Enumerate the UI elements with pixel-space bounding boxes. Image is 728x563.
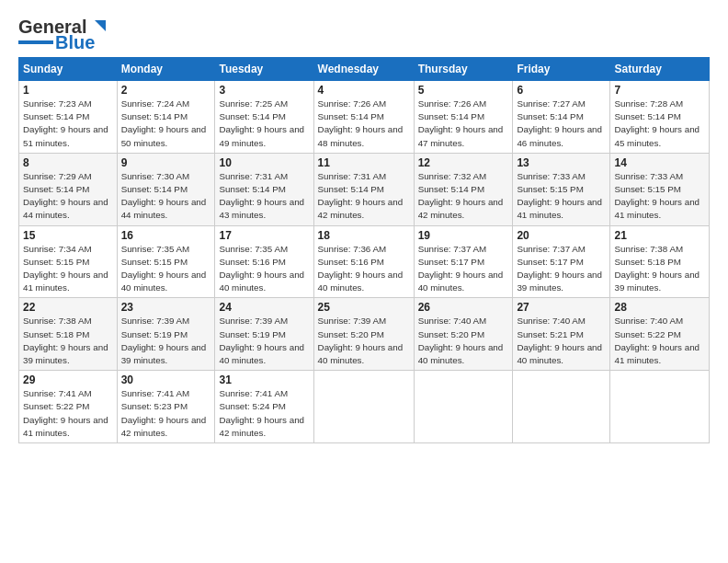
day-number: 31 <box>219 373 309 386</box>
col-header-monday: Monday <box>117 58 215 81</box>
day-number: 10 <box>219 156 309 169</box>
day-info: Sunrise: 7:39 AMSunset: 5:19 PMDaylight:… <box>121 315 211 367</box>
calendar-cell: 7Sunrise: 7:28 AMSunset: 5:14 PMDaylight… <box>610 81 710 154</box>
day-number: 2 <box>121 84 211 97</box>
col-header-saturday: Saturday <box>610 58 710 81</box>
day-number: 14 <box>614 156 705 169</box>
day-number: 22 <box>23 301 113 314</box>
day-number: 11 <box>318 156 410 169</box>
calendar-cell: 25Sunrise: 7:39 AMSunset: 5:20 PMDayligh… <box>313 298 414 371</box>
day-number: 15 <box>23 229 113 242</box>
day-info: Sunrise: 7:41 AMSunset: 5:24 PMDaylight:… <box>219 387 309 440</box>
day-number: 12 <box>418 156 509 169</box>
svg-marker-0 <box>95 20 106 31</box>
day-info: Sunrise: 7:40 AMSunset: 5:20 PMDaylight:… <box>418 315 509 367</box>
day-number: 7 <box>614 84 705 97</box>
logo: General Blue <box>18 17 108 52</box>
day-number: 5 <box>418 84 509 97</box>
calendar-cell: 5Sunrise: 7:26 AMSunset: 5:14 PMDaylight… <box>414 81 513 154</box>
calendar-cell: 24Sunrise: 7:39 AMSunset: 5:19 PMDayligh… <box>215 298 313 371</box>
day-info: Sunrise: 7:36 AMSunset: 5:16 PMDaylight:… <box>318 243 410 295</box>
calendar-cell: 12Sunrise: 7:32 AMSunset: 5:14 PMDayligh… <box>414 153 513 225</box>
day-number: 8 <box>23 156 113 169</box>
calendar-cell: 4Sunrise: 7:26 AMSunset: 5:14 PMDaylight… <box>313 81 414 154</box>
day-number: 6 <box>517 84 606 97</box>
col-header-wednesday: Wednesday <box>313 58 414 81</box>
day-info: Sunrise: 7:26 AMSunset: 5:14 PMDaylight:… <box>418 98 509 150</box>
calendar-cell: 19Sunrise: 7:37 AMSunset: 5:17 PMDayligh… <box>414 225 513 298</box>
calendar-cell <box>313 371 414 443</box>
day-info: Sunrise: 7:35 AMSunset: 5:15 PMDaylight:… <box>121 243 211 295</box>
day-info: Sunrise: 7:38 AMSunset: 5:18 PMDaylight:… <box>614 243 705 295</box>
col-header-sunday: Sunday <box>19 58 118 81</box>
calendar-cell: 26Sunrise: 7:40 AMSunset: 5:20 PMDayligh… <box>414 298 513 371</box>
day-info: Sunrise: 7:28 AMSunset: 5:14 PMDaylight:… <box>614 98 705 150</box>
day-number: 1 <box>23 84 113 97</box>
calendar-week-1: 1Sunrise: 7:23 AMSunset: 5:14 PMDaylight… <box>19 81 710 154</box>
calendar-cell: 22Sunrise: 7:38 AMSunset: 5:18 PMDayligh… <box>19 298 118 371</box>
day-info: Sunrise: 7:29 AMSunset: 5:14 PMDaylight:… <box>23 170 113 223</box>
day-info: Sunrise: 7:35 AMSunset: 5:16 PMDaylight:… <box>219 243 309 295</box>
col-header-thursday: Thursday <box>414 58 513 81</box>
day-number: 19 <box>418 229 509 242</box>
day-info: Sunrise: 7:26 AMSunset: 5:14 PMDaylight:… <box>318 98 410 150</box>
day-info: Sunrise: 7:40 AMSunset: 5:22 PMDaylight:… <box>614 315 705 367</box>
day-info: Sunrise: 7:31 AMSunset: 5:14 PMDaylight:… <box>219 170 309 223</box>
day-info: Sunrise: 7:39 AMSunset: 5:19 PMDaylight:… <box>219 315 309 367</box>
day-info: Sunrise: 7:34 AMSunset: 5:15 PMDaylight:… <box>23 243 113 295</box>
calendar-cell: 2Sunrise: 7:24 AMSunset: 5:14 PMDaylight… <box>117 81 215 154</box>
day-info: Sunrise: 7:40 AMSunset: 5:21 PMDaylight:… <box>517 315 606 367</box>
day-info: Sunrise: 7:33 AMSunset: 5:15 PMDaylight:… <box>614 170 705 223</box>
day-info: Sunrise: 7:33 AMSunset: 5:15 PMDaylight:… <box>517 170 606 223</box>
day-number: 20 <box>517 229 606 242</box>
calendar-cell: 1Sunrise: 7:23 AMSunset: 5:14 PMDaylight… <box>19 81 118 154</box>
day-number: 21 <box>614 229 705 242</box>
day-info: Sunrise: 7:30 AMSunset: 5:14 PMDaylight:… <box>121 170 211 223</box>
calendar-cell: 29Sunrise: 7:41 AMSunset: 5:22 PMDayligh… <box>19 371 118 443</box>
day-number: 27 <box>517 301 606 314</box>
day-info: Sunrise: 7:39 AMSunset: 5:20 PMDaylight:… <box>318 315 410 367</box>
calendar-cell: 15Sunrise: 7:34 AMSunset: 5:15 PMDayligh… <box>19 225 118 298</box>
day-info: Sunrise: 7:38 AMSunset: 5:18 PMDaylight:… <box>23 315 113 367</box>
calendar-cell: 23Sunrise: 7:39 AMSunset: 5:19 PMDayligh… <box>117 298 215 371</box>
day-number: 4 <box>318 84 410 97</box>
calendar-cell: 18Sunrise: 7:36 AMSunset: 5:16 PMDayligh… <box>313 225 414 298</box>
calendar-cell: 11Sunrise: 7:31 AMSunset: 5:14 PMDayligh… <box>313 153 414 225</box>
calendar-cell: 10Sunrise: 7:31 AMSunset: 5:14 PMDayligh… <box>215 153 313 225</box>
day-number: 17 <box>219 229 309 242</box>
calendar-week-3: 15Sunrise: 7:34 AMSunset: 5:15 PMDayligh… <box>19 225 710 298</box>
calendar-cell: 6Sunrise: 7:27 AMSunset: 5:14 PMDaylight… <box>513 81 610 154</box>
day-number: 30 <box>121 373 211 386</box>
calendar-cell: 31Sunrise: 7:41 AMSunset: 5:24 PMDayligh… <box>215 371 313 443</box>
logo-bar <box>18 40 53 44</box>
day-info: Sunrise: 7:31 AMSunset: 5:14 PMDaylight:… <box>318 170 410 223</box>
day-number: 16 <box>121 229 211 242</box>
calendar-cell: 20Sunrise: 7:37 AMSunset: 5:17 PMDayligh… <box>513 225 610 298</box>
col-header-tuesday: Tuesday <box>215 58 313 81</box>
calendar-cell: 13Sunrise: 7:33 AMSunset: 5:15 PMDayligh… <box>513 153 610 225</box>
calendar-cell: 14Sunrise: 7:33 AMSunset: 5:15 PMDayligh… <box>610 153 710 225</box>
calendar-cell: 3Sunrise: 7:25 AMSunset: 5:14 PMDaylight… <box>215 81 313 154</box>
day-info: Sunrise: 7:41 AMSunset: 5:22 PMDaylight:… <box>23 387 113 440</box>
day-info: Sunrise: 7:37 AMSunset: 5:17 PMDaylight:… <box>418 243 509 295</box>
page: General Blue SundayMondayTuesdayWednesda… <box>0 0 728 453</box>
day-number: 3 <box>219 84 309 97</box>
calendar-cell: 28Sunrise: 7:40 AMSunset: 5:22 PMDayligh… <box>610 298 710 371</box>
day-number: 13 <box>517 156 606 169</box>
calendar: SundayMondayTuesdayWednesdayThursdayFrid… <box>18 57 710 443</box>
calendar-cell: 16Sunrise: 7:35 AMSunset: 5:15 PMDayligh… <box>117 225 215 298</box>
calendar-cell: 8Sunrise: 7:29 AMSunset: 5:14 PMDaylight… <box>19 153 118 225</box>
day-info: Sunrise: 7:32 AMSunset: 5:14 PMDaylight:… <box>418 170 509 223</box>
day-info: Sunrise: 7:27 AMSunset: 5:14 PMDaylight:… <box>517 98 606 150</box>
day-info: Sunrise: 7:41 AMSunset: 5:23 PMDaylight:… <box>121 387 211 440</box>
calendar-header-row: SundayMondayTuesdayWednesdayThursdayFrid… <box>19 58 710 81</box>
day-number: 18 <box>318 229 410 242</box>
day-number: 23 <box>121 301 211 314</box>
calendar-cell <box>414 371 513 443</box>
calendar-cell <box>610 371 710 443</box>
day-number: 29 <box>23 373 113 386</box>
day-number: 26 <box>418 301 509 314</box>
header: General Blue <box>18 17 710 52</box>
calendar-cell: 27Sunrise: 7:40 AMSunset: 5:21 PMDayligh… <box>513 298 610 371</box>
calendar-cell <box>513 371 610 443</box>
